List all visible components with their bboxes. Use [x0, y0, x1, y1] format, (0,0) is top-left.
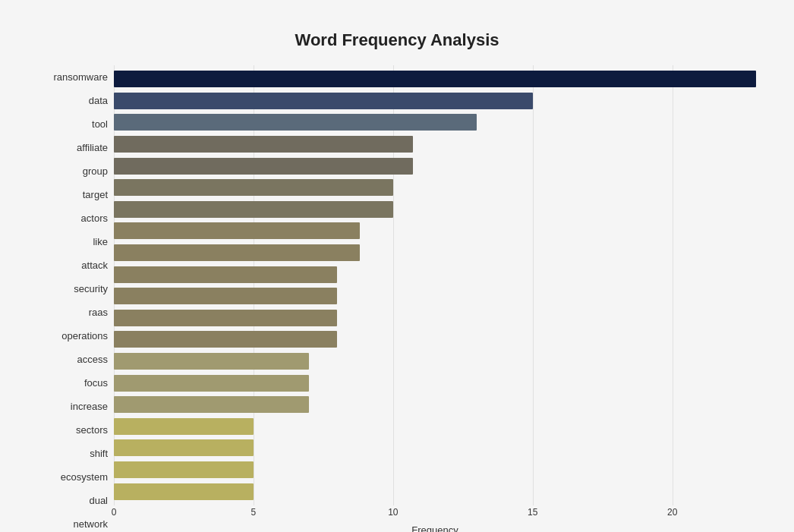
y-label-operations: operations: [61, 324, 108, 348]
x-axis: Frequency 05101520: [114, 505, 756, 532]
y-axis-labels: ransomwaredatatoolaffiliategrouptargetac…: [38, 65, 114, 532]
y-label-actors: actors: [81, 206, 108, 230]
bar-row-access: [114, 329, 756, 351]
bar-like: [114, 222, 360, 239]
y-label-dual: dual: [89, 489, 108, 512]
bar-row-tool: [114, 112, 756, 134]
bar-data: [114, 93, 533, 109]
bar-row-dual: [114, 459, 756, 481]
chart-title: Word Frequency Analysis: [38, 30, 756, 50]
y-label-affiliate: affiliate: [77, 136, 108, 159]
bar-ransomware: [114, 71, 756, 87]
bar-access: [114, 331, 337, 348]
bar-row-shift: [114, 416, 756, 438]
bars-area: Frequency 05101520: [114, 65, 756, 532]
y-label-tool: tool: [92, 112, 108, 136]
bar-target: [114, 179, 393, 196]
chart-area: ransomwaredatatoolaffiliategrouptargetac…: [38, 65, 756, 532]
y-label-like: like: [93, 230, 108, 253]
y-label-sectors: sectors: [76, 418, 108, 442]
bar-security: [114, 266, 337, 283]
bar-row-ransomware: [114, 68, 756, 90]
y-label-security: security: [74, 277, 108, 301]
bar-dual: [114, 461, 254, 478]
bar-row-increase: [114, 372, 756, 394]
bar-row-group: [114, 155, 756, 177]
bar-network: [114, 483, 254, 500]
y-label-ecosystem: ecosystem: [61, 465, 108, 489]
bar-focus: [114, 353, 309, 370]
bar-ecosystem: [114, 439, 254, 456]
bar-row-network: [114, 480, 756, 502]
x-tick-15: 15: [528, 507, 537, 518]
bar-row-target: [114, 177, 756, 199]
bar-row-data: [114, 90, 756, 112]
bar-row-affiliate: [114, 134, 756, 156]
bar-row-operations: [114, 307, 756, 329]
y-label-access: access: [77, 348, 108, 371]
bars-wrapper: [114, 65, 756, 505]
bar-row-attack: [114, 242, 756, 264]
bar-row-raas: [114, 285, 756, 307]
bar-increase: [114, 375, 309, 392]
y-label-shift: shift: [90, 442, 108, 465]
bar-attack: [114, 244, 360, 261]
x-tick-0: 0: [112, 507, 117, 518]
bar-row-security: [114, 263, 756, 285]
bar-shift: [114, 418, 254, 435]
bar-tool: [114, 114, 477, 131]
y-label-data: data: [89, 89, 108, 112]
x-tick-10: 10: [388, 507, 398, 518]
bar-raas: [114, 288, 337, 304]
bar-row-ecosystem: [114, 437, 756, 459]
y-label-group: group: [83, 159, 108, 183]
y-label-ransomware: ransomware: [53, 65, 108, 89]
x-tick-20: 20: [667, 507, 677, 518]
x-tick-5: 5: [251, 507, 257, 518]
bar-operations: [114, 310, 337, 326]
bar-sectors: [114, 396, 309, 413]
bar-row-focus: [114, 351, 756, 373]
bar-row-actors: [114, 199, 756, 221]
bar-group: [114, 158, 413, 175]
bar-row-sectors: [114, 394, 756, 416]
chart-container: Word Frequency Analysis ransomwaredatato…: [15, 15, 779, 532]
y-label-network: network: [73, 512, 108, 532]
y-label-increase: increase: [71, 395, 108, 418]
y-label-raas: raas: [89, 301, 108, 324]
bar-actors: [114, 201, 393, 218]
y-label-attack: attack: [81, 253, 108, 277]
y-label-target: target: [83, 183, 108, 206]
x-axis-title: Frequency: [114, 524, 756, 532]
y-label-focus: focus: [84, 371, 108, 395]
bar-affiliate: [114, 136, 413, 153]
bar-row-like: [114, 220, 756, 242]
